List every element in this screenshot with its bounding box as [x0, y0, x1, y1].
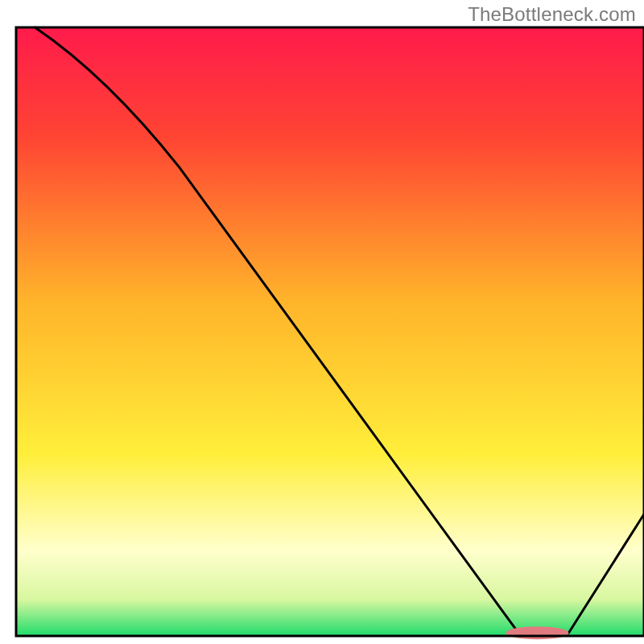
- plot-background: [16, 27, 644, 636]
- chart-svg: [0, 0, 644, 644]
- optimal-marker: [506, 626, 568, 639]
- chart-container: TheBottleneck.com: [0, 0, 644, 644]
